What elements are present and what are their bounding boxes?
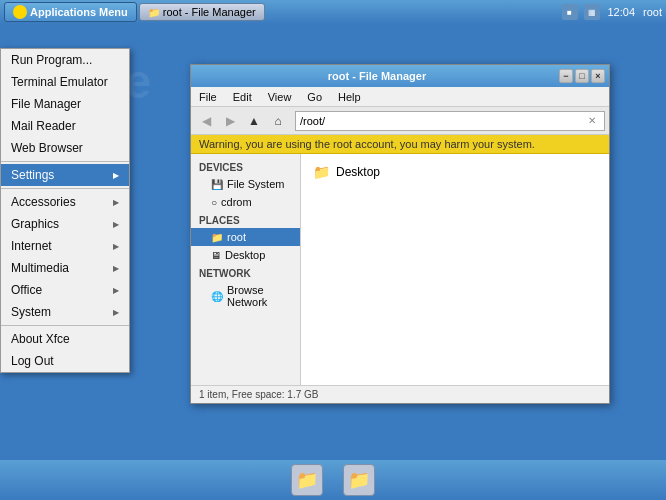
file-manager-window: root - File Manager − □ × File Edit View…: [190, 64, 610, 404]
desktop-icon: 🖥: [211, 250, 221, 261]
username: root: [643, 6, 662, 18]
file-manager-body: DEVICES 💾 File System ○ cdrom PLACES 📁 r…: [191, 154, 609, 385]
file-manager-titlebar: root - File Manager − □ ×: [191, 65, 609, 87]
status-text: 1 item, Free space: 1.7 GB: [199, 389, 319, 400]
menu-item-internet[interactable]: Internet ▶: [1, 235, 129, 257]
section-places: PLACES: [191, 211, 300, 228]
app-menu-label: Applications Menu: [30, 6, 128, 18]
menu-divider-1: [1, 161, 129, 162]
desktop-sidebar-label: Desktop: [225, 249, 265, 261]
app-menu-popup: Run Program... Terminal Emulator File Ma…: [0, 48, 130, 373]
sidebar-item-browse-network[interactable]: 🌐 Browse Network: [191, 281, 300, 311]
cdrom-label: cdrom: [221, 196, 252, 208]
file-manager-content: 📁 Desktop: [301, 154, 609, 385]
address-clear-button[interactable]: ✕: [584, 113, 600, 129]
sidebar-item-cdrom[interactable]: ○ cdrom: [191, 193, 300, 211]
menu-item-multimedia[interactable]: Multimedia ▶: [1, 257, 129, 279]
sidebar-item-root[interactable]: 📁 root: [191, 228, 300, 246]
desktop: Xfce Run Program... Terminal Emulator Fi…: [0, 24, 666, 460]
maximize-button[interactable]: □: [575, 69, 589, 83]
file-manager-title: root - File Manager: [195, 70, 559, 82]
menu-item-mail-reader[interactable]: Mail Reader: [1, 115, 129, 137]
menu-item-graphics[interactable]: Graphics ▶: [1, 213, 129, 235]
file-manager-statusbar: 1 item, Free space: 1.7 GB: [191, 385, 609, 403]
file-manager-menubar: File Edit View Go Help: [191, 87, 609, 107]
address-bar: /root/ ✕: [295, 111, 605, 131]
menu-edit[interactable]: Edit: [229, 90, 256, 104]
home-button[interactable]: ⌂: [267, 110, 289, 132]
warning-text: Warning, you are using the root account,…: [199, 138, 535, 150]
app-menu-icon: [13, 5, 27, 19]
menu-item-settings[interactable]: Settings ▶: [1, 164, 129, 186]
menu-go[interactable]: Go: [303, 90, 326, 104]
window-folder-icon: 📁: [148, 7, 160, 18]
submenu-arrow-settings: ▶: [113, 171, 119, 180]
file-manager-toolbar: ◀ ▶ ▲ ⌂ /root/ ✕: [191, 107, 609, 135]
menu-item-file-manager[interactable]: File Manager: [1, 93, 129, 115]
bottom-folder-icon-right: 📁: [348, 469, 370, 491]
taskbar-left: Applications Menu 📁 root - File Manager: [4, 2, 265, 22]
bottom-icon-left[interactable]: 📁: [291, 464, 323, 496]
address-text: /root/: [300, 115, 325, 127]
submenu-arrow-system: ▶: [113, 308, 119, 317]
menu-item-office[interactable]: Office ▶: [1, 279, 129, 301]
submenu-arrow-graphics: ▶: [113, 220, 119, 229]
section-network: NETWORK: [191, 264, 300, 281]
app-menu-button[interactable]: Applications Menu: [4, 2, 137, 22]
menu-divider-3: [1, 325, 129, 326]
browse-network-label: Browse Network: [227, 284, 292, 308]
sidebar-item-desktop[interactable]: 🖥 Desktop: [191, 246, 300, 264]
desktop-folder-label: Desktop: [336, 165, 380, 179]
bottom-icon-right[interactable]: 📁: [343, 464, 375, 496]
bottom-folder-icon-left: 📁: [296, 469, 318, 491]
taskbar-right: ■ ▦ 12:04 root: [562, 4, 663, 20]
clock: 12:04: [608, 6, 636, 18]
filesystem-label: File System: [227, 178, 284, 190]
menu-item-run-program[interactable]: Run Program...: [1, 49, 129, 71]
cdrom-icon: ○: [211, 197, 217, 208]
submenu-arrow-accessories: ▶: [113, 198, 119, 207]
back-button[interactable]: ◀: [195, 110, 217, 132]
window-taskbar-label: root - File Manager: [163, 6, 256, 18]
forward-button[interactable]: ▶: [219, 110, 241, 132]
menu-view[interactable]: View: [264, 90, 296, 104]
minimize-button[interactable]: −: [559, 69, 573, 83]
section-devices: DEVICES: [191, 158, 300, 175]
menu-help[interactable]: Help: [334, 90, 365, 104]
taskbar-bottom: 📁 📁: [0, 460, 666, 500]
sidebar-item-filesystem[interactable]: 💾 File System: [191, 175, 300, 193]
menu-item-system[interactable]: System ▶: [1, 301, 129, 323]
root-label: root: [227, 231, 246, 243]
menu-item-terminal[interactable]: Terminal Emulator: [1, 71, 129, 93]
menu-item-accessories[interactable]: Accessories ▶: [1, 191, 129, 213]
monitor-tray-icon: ■: [562, 4, 578, 20]
filesystem-icon: 💾: [211, 179, 223, 190]
menu-item-about-xfce[interactable]: About Xfce: [1, 328, 129, 350]
taskbar-top: Applications Menu 📁 root - File Manager …: [0, 0, 666, 24]
root-folder-icon: 📁: [211, 232, 223, 243]
submenu-arrow-office: ▶: [113, 286, 119, 295]
window-taskbar-button[interactable]: 📁 root - File Manager: [139, 3, 265, 21]
close-button[interactable]: ×: [591, 69, 605, 83]
menu-item-web-browser[interactable]: Web Browser: [1, 137, 129, 159]
file-manager-sidebar: DEVICES 💾 File System ○ cdrom PLACES 📁 r…: [191, 154, 301, 385]
desktop-folder-icon: 📁: [313, 164, 330, 180]
network-tray-icon: ▦: [584, 4, 600, 20]
network-icon: 🌐: [211, 291, 223, 302]
file-item-desktop[interactable]: 📁 Desktop: [309, 162, 601, 182]
window-controls: − □ ×: [559, 69, 605, 83]
submenu-arrow-internet: ▶: [113, 242, 119, 251]
warning-bar: Warning, you are using the root account,…: [191, 135, 609, 154]
system-tray: ■ ▦: [562, 4, 600, 20]
submenu-arrow-multimedia: ▶: [113, 264, 119, 273]
menu-item-log-out[interactable]: Log Out: [1, 350, 129, 372]
menu-file[interactable]: File: [195, 90, 221, 104]
menu-divider-2: [1, 188, 129, 189]
up-button[interactable]: ▲: [243, 110, 265, 132]
